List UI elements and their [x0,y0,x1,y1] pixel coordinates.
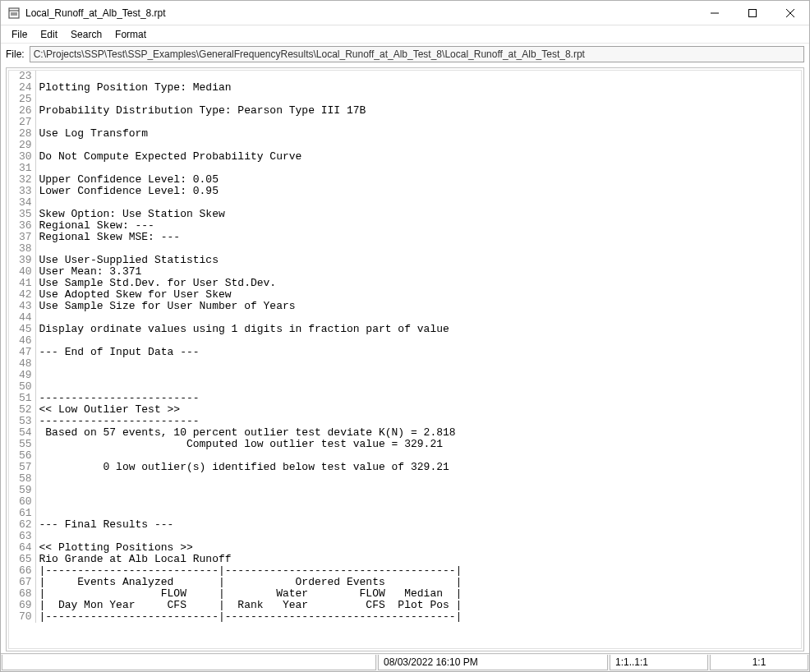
line-content[interactable]: | Events Analyzed | Ordered Events | [35,577,801,588]
code-line[interactable]: 36Regional Skew: --- [9,220,801,232]
code-line[interactable]: 70|---------------------------|---------… [9,611,801,623]
code-line[interactable]: 63 [9,531,801,542]
line-content[interactable]: Upper Confidence Level: 0.05 [35,174,801,186]
line-content[interactable]: Regional Skew MSE: --- [35,232,801,243]
line-content[interactable] [35,358,801,370]
code-line[interactable]: 41Use Sample Std.Dev. for User Std.Dev. [9,278,801,289]
code-line[interactable]: 55 Computed low outlier test value = 329… [9,439,801,450]
line-content[interactable]: Use Log Transform [35,128,801,140]
line-content[interactable]: Based on 57 events, 10 percent outlier t… [35,427,801,439]
code-line[interactable]: 38 [9,243,801,255]
code-line[interactable]: 39Use User-Supplied Statistics [9,255,801,266]
line-content[interactable] [35,531,801,542]
code-line[interactable]: 42Use Adopted Skew for User Skew [9,289,801,301]
line-content[interactable] [35,485,801,496]
line-content[interactable]: Rio Grande at Alb Local Runoff [35,554,801,565]
line-content[interactable]: Regional Skew: --- [35,220,801,232]
line-content[interactable] [35,335,801,347]
line-content[interactable]: ------------------------- [35,416,801,427]
menu-search[interactable]: Search [65,27,108,42]
code-line[interactable]: 26Probability Distribution Type: Pearson… [9,105,801,117]
code-line[interactable]: 53------------------------- [9,416,801,427]
code-line[interactable]: 25 [9,94,801,105]
code-line[interactable]: 43Use Sample Size for User Number of Yea… [9,301,801,312]
code-line[interactable]: 58 [9,473,801,485]
line-content[interactable] [35,508,801,519]
line-content[interactable] [35,450,801,462]
code-line[interactable]: 66|---------------------------|---------… [9,565,801,577]
menu-file[interactable]: File [6,27,33,42]
line-content[interactable] [35,71,801,82]
code-line[interactable]: 31 [9,163,801,174]
line-content[interactable] [35,381,801,393]
line-content[interactable] [35,94,801,105]
line-content[interactable] [35,473,801,485]
code-line[interactable]: 33Lower Confidence Level: 0.95 [9,186,801,197]
line-content[interactable]: --- Final Results --- [35,519,801,531]
line-content[interactable] [35,163,801,174]
code-line[interactable]: 48 [9,358,801,370]
line-content[interactable]: Lower Confidence Level: 0.95 [35,186,801,197]
line-content[interactable]: Use Sample Std.Dev. for User Std.Dev. [35,278,801,289]
minimize-button[interactable] [696,1,734,25]
code-line[interactable]: 32Upper Confidence Level: 0.05 [9,174,801,186]
line-content[interactable] [35,243,801,255]
line-content[interactable] [35,197,801,209]
line-content[interactable] [35,117,801,128]
code-line[interactable]: 64<< Plotting Positions >> [9,542,801,554]
code-line[interactable]: 34 [9,197,801,209]
line-content[interactable] [35,312,801,324]
code-line[interactable]: 56 [9,450,801,462]
line-content[interactable]: |---------------------------|-----------… [35,565,801,577]
code-line[interactable]: 29 [9,140,801,151]
code-line[interactable]: 23 [9,71,801,82]
line-content[interactable]: << Low Outlier Test >> [35,404,801,416]
menu-format[interactable]: Format [109,27,152,42]
line-content[interactable] [35,370,801,381]
code-line[interactable]: 40User Mean: 3.371 [9,266,801,278]
line-content[interactable]: Use Sample Size for User Number of Years [35,301,801,312]
line-content[interactable]: | FLOW | Water FLOW Median | [35,588,801,600]
code-line[interactable]: 59 [9,485,801,496]
line-content[interactable]: Computed low outlier test value = 329.21 [35,439,801,450]
line-content[interactable]: User Mean: 3.371 [35,266,801,278]
line-content[interactable]: << Plotting Positions >> [35,542,801,554]
code-line[interactable]: 57 0 low outlier(s) identified below tes… [9,462,801,473]
code-line[interactable]: 54 Based on 57 events, 10 percent outlie… [9,427,801,439]
code-line[interactable]: 49 [9,370,801,381]
code-line[interactable]: 52<< Low Outlier Test >> [9,404,801,416]
maximize-button[interactable] [734,1,771,25]
line-content[interactable]: Use User-Supplied Statistics [35,255,801,266]
line-content[interactable]: Do Not Compute Expected Probability Curv… [35,151,801,163]
code-line[interactable]: 62--- Final Results --- [9,519,801,531]
code-view[interactable]: 2324Plotting Position Type: Median2526Pr… [9,71,801,623]
code-line[interactable]: 69| Day Mon Year CFS | Rank Year CFS Plo… [9,600,801,611]
editor-scroll[interactable]: 2324Plotting Position Type: Median2526Pr… [9,71,801,648]
code-line[interactable]: 68| FLOW | Water FLOW Median | [9,588,801,600]
code-line[interactable]: 50 [9,381,801,393]
line-content[interactable]: Display ordinate values using 1 digits i… [35,324,801,335]
code-line[interactable]: 35Skew Option: Use Station Skew [9,209,801,220]
code-line[interactable]: 27 [9,117,801,128]
menu-edit[interactable]: Edit [35,27,63,42]
code-line[interactable]: 46 [9,335,801,347]
line-content[interactable]: |---------------------------|-----------… [35,611,801,623]
line-content[interactable]: Skew Option: Use Station Skew [35,209,801,220]
line-content[interactable]: ------------------------- [35,393,801,404]
line-content[interactable]: Plotting Position Type: Median [35,82,801,94]
line-content[interactable] [35,140,801,151]
code-line[interactable]: 51------------------------- [9,393,801,404]
code-line[interactable]: 44 [9,312,801,324]
close-button[interactable] [771,1,809,25]
code-line[interactable]: 61 [9,508,801,519]
line-content[interactable]: 0 low outlier(s) identified below test v… [35,462,801,473]
filepath-input[interactable] [30,46,804,62]
line-content[interactable]: --- End of Input Data --- [35,347,801,358]
line-content[interactable]: Use Adopted Skew for User Skew [35,289,801,301]
code-line[interactable]: 65Rio Grande at Alb Local Runoff [9,554,801,565]
line-content[interactable]: Probability Distribution Type: Pearson T… [35,105,801,117]
code-line[interactable]: 60 [9,496,801,508]
line-content[interactable] [35,496,801,508]
code-line[interactable]: 37Regional Skew MSE: --- [9,232,801,243]
code-line[interactable]: 28Use Log Transform [9,128,801,140]
